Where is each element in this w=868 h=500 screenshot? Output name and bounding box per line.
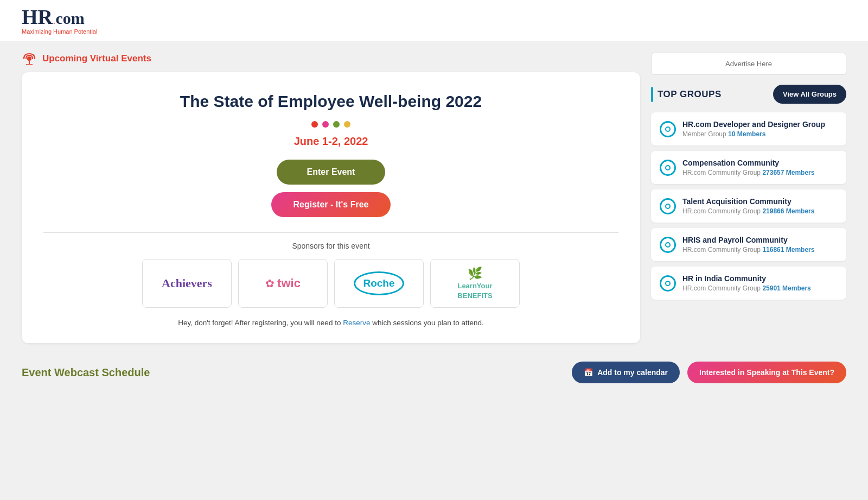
- sponsor-learnyour: 🌿 LearnYourBENEFITS: [430, 259, 520, 308]
- sponsors-divider: [43, 232, 618, 233]
- live-broadcast-icon: [22, 53, 37, 65]
- group-name: Talent Acquisition Community: [682, 197, 814, 206]
- section-header: Upcoming Virtual Events: [22, 53, 640, 65]
- section-title: Upcoming Virtual Events: [42, 53, 151, 64]
- event-reminder: Hey, don't forget! After registering, yo…: [43, 319, 618, 327]
- dot-3: [333, 121, 340, 128]
- reserve-link[interactable]: Reserve: [343, 319, 370, 327]
- calendar-icon: 📅: [584, 368, 593, 377]
- group-info: Talent Acquisition Community HR.com Comm…: [682, 197, 814, 215]
- event-schedule-bar: Event Webcast Schedule 📅 Add to my calen…: [0, 354, 868, 391]
- group-item[interactable]: HRIS and Payroll Community HR.com Commun…: [651, 228, 846, 261]
- sponsor-roche: Roche: [334, 259, 424, 308]
- group-icon: [660, 237, 676, 253]
- page-wrapper: HR.com Maximizing Human Potential: [0, 0, 868, 500]
- group-name: HR in India Community: [682, 274, 811, 283]
- svg-point-0: [27, 56, 31, 61]
- group-name: HR.com Developer and Designer Group: [682, 120, 825, 129]
- register-button[interactable]: Register - It's Free: [271, 192, 391, 217]
- group-icon: [660, 198, 676, 214]
- logo-com: com: [56, 10, 85, 27]
- logo-tagline: Maximizing Human Potential: [22, 28, 846, 35]
- group-name: HRIS and Payroll Community: [682, 236, 814, 244]
- site-header: HR.com Maximizing Human Potential: [0, 0, 868, 42]
- logo-hr: HR: [22, 7, 53, 27]
- event-card: The State of Employee Well-being 2022 Ju…: [22, 72, 640, 343]
- interested-speaking-button[interactable]: Interested in Speaking at This Event?: [687, 362, 846, 383]
- logo: HR.com Maximizing Human Potential: [22, 7, 846, 35]
- group-member-count: 25901 Members: [762, 284, 810, 292]
- logo-dot-icon: .: [53, 18, 55, 26]
- group-member-count: 273657 Members: [762, 169, 814, 176]
- group-meta: HR.com Community Group 25901 Members: [682, 284, 811, 292]
- sponsors-grid: Achievers ✿ twic Roche: [43, 259, 618, 308]
- group-info: HR.com Developer and Designer Group Memb…: [682, 120, 825, 138]
- right-column: Advertise Here TOP GROUPS View All Group…: [651, 53, 846, 305]
- advertise-label: Advertise Here: [725, 60, 772, 68]
- enter-event-button[interactable]: Enter Event: [277, 160, 385, 185]
- add-to-calendar-button[interactable]: 📅 Add to my calendar: [572, 362, 680, 383]
- schedule-title: Event Webcast Schedule: [22, 366, 150, 379]
- group-icon: [660, 160, 676, 176]
- dot-2: [322, 121, 329, 128]
- group-meta: HR.com Community Group 273657 Members: [682, 169, 814, 176]
- logo-text: HR.com: [22, 7, 846, 27]
- dot-1: [311, 121, 318, 128]
- group-meta: HR.com Community Group 116861 Members: [682, 246, 814, 254]
- main-content: Upcoming Virtual Events The State of Emp…: [0, 42, 868, 354]
- groups-list: HR.com Developer and Designer Group Memb…: [651, 112, 846, 300]
- group-icon: [660, 275, 676, 292]
- group-item[interactable]: HR in India Community HR.com Community G…: [651, 267, 846, 300]
- schedule-actions: 📅 Add to my calendar Interested in Speak…: [572, 362, 846, 383]
- view-all-groups-button[interactable]: View All Groups: [773, 85, 846, 104]
- group-info: Compensation Community HR.com Community …: [682, 159, 814, 176]
- group-member-count: 116861 Members: [762, 246, 814, 254]
- event-date: June 1-2, 2022: [43, 135, 618, 148]
- advertise-box: Advertise Here: [651, 53, 846, 75]
- sponsor-twic: ✿ twic: [238, 259, 328, 308]
- group-meta: HR.com Community Group 219866 Members: [682, 207, 814, 215]
- group-info: HR in India Community HR.com Community G…: [682, 274, 811, 292]
- top-groups-label: TOP GROUPS: [658, 89, 722, 100]
- twic-icon: ✿: [265, 277, 275, 290]
- group-item[interactable]: HR.com Developer and Designer Group Memb…: [651, 112, 846, 145]
- sponsor-achievers: Achievers: [142, 259, 232, 308]
- group-info: HRIS and Payroll Community HR.com Commun…: [682, 236, 814, 254]
- dot-4: [344, 121, 350, 128]
- event-title: The State of Employee Well-being 2022: [43, 92, 618, 111]
- top-groups-title-row: TOP GROUPS: [651, 87, 722, 102]
- learnyour-icon: 🌿: [457, 267, 492, 281]
- accent-bar: [651, 87, 653, 102]
- group-item[interactable]: Talent Acquisition Community HR.com Comm…: [651, 189, 846, 223]
- top-groups-header: TOP GROUPS View All Groups: [651, 85, 846, 104]
- group-icon: [660, 121, 676, 137]
- sponsors-label: Sponsors for this event: [43, 242, 618, 250]
- left-column: Upcoming Virtual Events The State of Emp…: [22, 53, 640, 343]
- event-dots: [43, 121, 618, 128]
- group-name: Compensation Community: [682, 159, 814, 167]
- group-member-count: 10 Members: [728, 130, 765, 138]
- group-item[interactable]: Compensation Community HR.com Community …: [651, 151, 846, 184]
- group-member-count: 219866 Members: [762, 207, 814, 215]
- group-meta: Member Group 10 Members: [682, 130, 825, 138]
